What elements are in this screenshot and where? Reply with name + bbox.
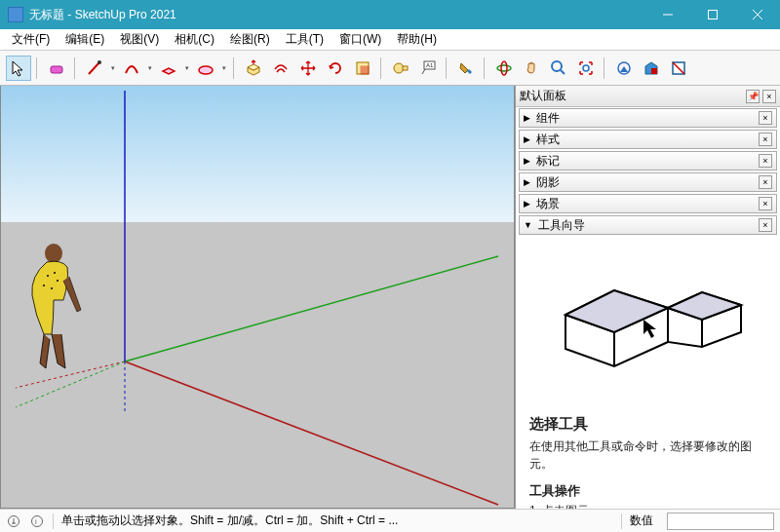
offset-tool-button[interactable]: [268, 56, 293, 81]
tape-tool-button[interactable]: [388, 56, 413, 81]
status-hint: 单击或拖动以选择对象。Shift = 加/减。Ctrl = 加。Shift + …: [61, 513, 398, 529]
tray-row-shadows[interactable]: ▶阴影×: [519, 172, 777, 192]
row-close-icon[interactable]: ×: [759, 111, 772, 125]
zoom-extents-button[interactable]: [573, 56, 599, 81]
tray-close-button[interactable]: ×: [762, 90, 776, 103]
instructor-body: 选择工具 在使用其他工具或命令时，选择要修改的图元。 工具操作 1. 点击图元。: [516, 236, 780, 509]
window-title: 无标题 - SketchUp Pro 2021: [29, 7, 645, 23]
menu-bar: 文件(F) 编辑(E) 视图(V) 相机(C) 绘图(R) 工具(T) 窗口(W…: [0, 29, 780, 51]
circle-tool-dropdown[interactable]: ▾: [220, 64, 228, 72]
instructor-desc: 在使用其他工具或命令时，选择要修改的图元。: [529, 437, 766, 473]
tray-title: 默认面板: [520, 88, 566, 104]
viewport-3d[interactable]: [0, 86, 515, 509]
zoom-tool-button[interactable]: [546, 56, 571, 81]
toolbar-separator: [36, 57, 42, 79]
tray-pin-button[interactable]: 📌: [746, 90, 760, 103]
measurement-input[interactable]: [667, 513, 774, 530]
menu-file[interactable]: 文件(F): [4, 28, 58, 51]
ext-warehouse-button[interactable]: [639, 56, 664, 81]
row-close-icon[interactable]: ×: [759, 154, 772, 168]
tray-panel: 默认面板 📌 × ▶组件× ▶样式× ▶标记× ▶阴影× ▶场景× ▼工具向导×: [515, 86, 780, 509]
paint-tool-button[interactable]: [453, 56, 479, 81]
maximize-button[interactable]: [690, 0, 735, 29]
instructor-op-1: 1. 点击图元。: [529, 502, 766, 509]
svg-point-5: [98, 60, 101, 64]
credits-icon[interactable]: i: [29, 513, 45, 529]
row-close-icon[interactable]: ×: [759, 133, 772, 146]
status-separator: [621, 513, 622, 529]
svg-point-32: [32, 515, 43, 526]
menu-tools[interactable]: 工具(T): [278, 28, 332, 51]
axis-green: [125, 256, 498, 361]
scale-tool-button[interactable]: [350, 56, 375, 81]
move-tool-button[interactable]: [295, 56, 321, 81]
menu-help[interactable]: 帮助(H): [389, 28, 445, 51]
tray-row-components[interactable]: ▶组件×: [519, 108, 777, 128]
scale-figure: [32, 244, 81, 368]
row-close-icon[interactable]: ×: [759, 197, 772, 210]
menu-draw[interactable]: 绘图(R): [222, 28, 278, 51]
svg-point-27: [51, 287, 53, 289]
status-separator: [53, 513, 54, 529]
status-bar: i 单击或拖动以选择对象。Shift = 加/减。Ctrl = 加。Shift …: [0, 509, 780, 532]
svg-point-14: [501, 61, 507, 75]
minimize-button[interactable]: [645, 0, 690, 29]
title-bar: 无标题 - SketchUp Pro 2021: [0, 0, 780, 29]
toolbar-separator: [604, 57, 609, 79]
tray-row-styles[interactable]: ▶样式×: [519, 130, 777, 149]
toolbar: ▾ ▾ ▾ ▾ A1: [0, 51, 780, 86]
menu-window[interactable]: 窗口(W): [332, 28, 389, 51]
tray-row-tags[interactable]: ▶标记×: [519, 151, 777, 171]
arc-tool-dropdown[interactable]: ▾: [146, 64, 154, 72]
row-close-icon[interactable]: ×: [759, 175, 772, 189]
tray-header[interactable]: 默认面板 📌 ×: [516, 86, 780, 107]
orbit-tool-button[interactable]: [491, 56, 517, 81]
instructor-title: 选择工具: [529, 415, 766, 434]
tray-row-instructor[interactable]: ▼工具向导×: [519, 215, 777, 235]
svg-point-23: [45, 244, 62, 263]
text-tool-button[interactable]: A1: [415, 56, 441, 81]
svg-point-16: [583, 65, 589, 71]
svg-text:i: i: [35, 517, 37, 526]
close-button[interactable]: [735, 0, 780, 29]
svg-rect-8: [361, 66, 369, 74]
geolocation-icon[interactable]: [6, 513, 21, 529]
line-tool-dropdown[interactable]: ▾: [109, 64, 117, 72]
svg-rect-1: [709, 11, 718, 19]
layout-button[interactable]: [666, 56, 691, 81]
pushpull-tool-button[interactable]: [241, 56, 266, 81]
pan-tool-button[interactable]: [519, 56, 544, 81]
rectangle-tool-dropdown[interactable]: ▾: [183, 64, 191, 72]
measurement-label: 数值: [630, 513, 653, 529]
instructor-illustration: [546, 261, 751, 388]
menu-edit[interactable]: 编辑(E): [58, 28, 112, 51]
arc-tool-button[interactable]: [119, 56, 144, 81]
svg-point-24: [47, 275, 49, 277]
toolbar-separator: [446, 57, 451, 79]
svg-point-28: [57, 280, 58, 282]
svg-point-15: [552, 61, 562, 71]
svg-point-25: [54, 272, 56, 274]
rotate-tool-button[interactable]: [323, 56, 348, 81]
svg-rect-10: [403, 66, 408, 70]
warehouse-button[interactable]: [611, 56, 637, 81]
menu-view[interactable]: 视图(V): [112, 28, 167, 51]
select-tool-button[interactable]: [6, 56, 31, 81]
svg-point-26: [43, 285, 45, 286]
svg-rect-18: [651, 68, 657, 74]
toolbar-separator: [74, 57, 80, 79]
instructor-ops-title: 工具操作: [529, 482, 766, 500]
svg-line-20: [16, 361, 125, 388]
menu-camera[interactable]: 相机(C): [167, 28, 222, 51]
svg-rect-4: [51, 66, 62, 73]
rectangle-tool-button[interactable]: [156, 56, 181, 81]
axis-red: [125, 361, 498, 505]
app-icon: [8, 7, 23, 22]
line-tool-button[interactable]: [82, 56, 107, 81]
svg-line-21: [16, 361, 125, 407]
eraser-tool-button[interactable]: [44, 56, 69, 81]
toolbar-separator: [233, 57, 239, 79]
circle-tool-button[interactable]: [193, 56, 218, 81]
tray-row-scenes[interactable]: ▶场景×: [519, 194, 777, 213]
row-close-icon[interactable]: ×: [759, 218, 772, 232]
